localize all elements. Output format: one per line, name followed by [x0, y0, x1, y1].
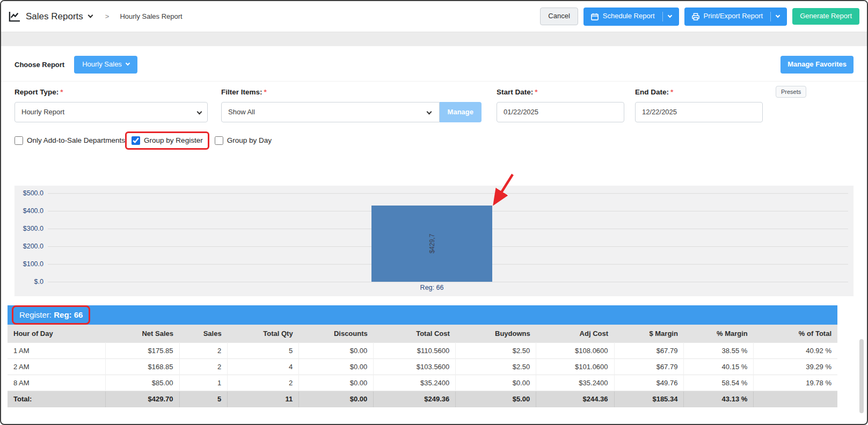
start-date-label: Start Date:* [497, 88, 624, 99]
cell-adj-cost: $35.2400 [536, 375, 614, 391]
checkbox-label: Only Add-to-Sale Departments [27, 136, 125, 144]
grouping-options-row: Only Add-to-Sale Departments Group by Re… [1, 122, 867, 145]
cell-total-qty: 2 [228, 375, 299, 391]
col-dollar-margin[interactable]: $ Margin [614, 325, 684, 343]
cell-net-sales: $175.85 [105, 342, 179, 358]
print-export-label: Print/Export Report [704, 12, 763, 20]
end-date-group: End Date:* Presets [635, 88, 763, 122]
col-adj-cost[interactable]: Adj Cost [536, 325, 614, 343]
cell-pct-margin: 38.55 % [684, 342, 754, 358]
header-actions: Cancel Schedule Report [540, 8, 859, 26]
report-picker-value: Hourly Sales [82, 61, 122, 69]
presets-button[interactable]: Presets [776, 86, 806, 98]
col-sales[interactable]: Sales [179, 325, 228, 343]
button-divider [770, 12, 771, 21]
top-bar: Sales Reports > Hourly Sales Report Canc… [1, 1, 867, 32]
manage-favorites-button[interactable]: Manage Favorites [781, 56, 854, 74]
register-report-section: Register: Reg: 66 Hour of Day Net Sales … [8, 305, 837, 407]
cell-net-sales: $429.70 [105, 391, 179, 407]
cell-discounts: $0.00 [299, 358, 374, 375]
required-marker: * [264, 88, 267, 96]
end-date-input[interactable] [635, 102, 763, 122]
schedule-report-label: Schedule Report [603, 12, 655, 20]
cell-hour: 1 AM [8, 342, 105, 358]
cell-total-cost: $249.36 [374, 391, 456, 407]
cell-pct-margin: 40.15 % [684, 358, 754, 375]
chevron-down-icon[interactable] [776, 13, 780, 17]
breadcrumb-current: Hourly Sales Report [120, 12, 182, 20]
cell-adj-cost: $244.36 [536, 391, 614, 407]
cell-discounts: $0.00 [299, 391, 374, 407]
report-picker-dropdown[interactable]: Hourly Sales [74, 56, 137, 74]
register-prefix: Register: [19, 310, 54, 319]
cell-adj-cost: $108.0600 [536, 342, 614, 358]
manage-filter-items-button[interactable]: Manage [440, 102, 482, 122]
cell-pct-margin: 58.54 % [684, 375, 754, 391]
report-type-select[interactable]: Hourly Report [14, 102, 208, 122]
app-window: Sales Reports > Hourly Sales Report Canc… [0, 0, 868, 425]
start-date-input[interactable] [497, 102, 624, 122]
breadcrumb-separator: > [105, 12, 110, 20]
cell-sales: 2 [179, 358, 228, 375]
cell-buydowns: $2.50 [456, 358, 536, 375]
cell-buydowns: $5.00 [456, 391, 536, 407]
col-total-qty[interactable]: Total Qty [228, 325, 299, 343]
cell-sales: 5 [179, 391, 228, 407]
cell-buydowns: $2.50 [456, 342, 536, 358]
red-highlight-box: Group by Register [125, 131, 209, 150]
y-axis-tick: $.0 [14, 278, 43, 285]
cell-total-qty: 4 [228, 358, 299, 375]
col-net-sales[interactable]: Net Sales [105, 325, 179, 343]
col-pct-of-total[interactable]: % of Total [754, 325, 837, 343]
cell-sales: 2 [179, 342, 228, 358]
cell-dollar-margin: $67.79 [614, 342, 684, 358]
col-hour-of-day[interactable]: Hour of Day [8, 325, 105, 343]
group-by-register-checkbox[interactable] [132, 136, 140, 145]
page-title[interactable]: Sales Reports [26, 11, 83, 22]
chevron-down-icon[interactable] [87, 13, 93, 18]
cell-total-cost: $110.5600 [374, 342, 456, 358]
table-row: 8 AM $85.00 1 2 $0.00 $35.2400 $0.00 $35… [8, 375, 837, 391]
start-date-group: Start Date:* [497, 88, 624, 122]
table-row: 2 AM $168.85 2 4 $0.00 $103.5600 $2.50 $… [8, 358, 837, 375]
chevron-down-icon[interactable] [667, 13, 672, 17]
checkbox-group-by-day[interactable]: Group by Day [215, 136, 272, 145]
print-export-button[interactable]: Print/Export Report [684, 8, 787, 26]
cell-pct-margin: 43.13 % [684, 391, 754, 407]
col-buydowns[interactable]: Buydowns [456, 325, 536, 343]
checkbox-group-by-register[interactable]: Group by Register [132, 136, 203, 145]
background-strip [1, 32, 867, 46]
cancel-button[interactable]: Cancel [540, 8, 578, 25]
only-add-to-sale-checkbox[interactable] [14, 136, 23, 145]
y-axis-tick: $400.0 [14, 207, 43, 215]
y-axis-tick: $300.0 [14, 225, 43, 232]
cell-dollar-margin: $49.76 [614, 375, 684, 391]
filter-items-select[interactable]: Show All [221, 102, 440, 122]
bar-reg-66[interactable]: $429,7 [371, 206, 492, 282]
cell-discounts: $0.00 [299, 342, 374, 358]
group-by-day-checkbox[interactable] [215, 136, 223, 145]
cell-pct-of-total: 39.29 % [754, 358, 837, 375]
col-total-cost[interactable]: Total Cost [374, 325, 456, 343]
filter-items-label: Filter Items:* [221, 88, 482, 99]
gridline [48, 282, 848, 282]
required-marker: * [60, 88, 63, 96]
cell-total-cost: $35.2400 [374, 375, 456, 391]
schedule-report-button[interactable]: Schedule Report [583, 8, 679, 26]
breadcrumb: Sales Reports > Hourly Sales Report [9, 11, 183, 22]
filters-row: Report Type:* Hourly Report Filter Items… [1, 82, 867, 122]
y-axis-tick: $100.0 [14, 260, 43, 268]
col-discounts[interactable]: Discounts [299, 325, 374, 343]
vertical-scrollbar[interactable] [859, 339, 864, 413]
gridline [48, 193, 848, 194]
red-arrow-annotation [486, 172, 519, 210]
checkbox-only-add-to-sale-departments[interactable]: Only Add-to-Sale Departments [14, 136, 125, 145]
generate-report-button[interactable]: Generate Report [792, 8, 859, 25]
choose-report-label: Choose Report [14, 61, 64, 69]
register-value: Reg: 66 [54, 310, 83, 319]
chevron-down-icon [126, 61, 130, 65]
printer-icon [692, 13, 699, 20]
table-header-row: Hour of Day Net Sales Sales Total Qty Di… [8, 325, 837, 343]
col-pct-margin[interactable]: % Margin [684, 325, 754, 343]
cell-sales: 1 [179, 375, 228, 391]
